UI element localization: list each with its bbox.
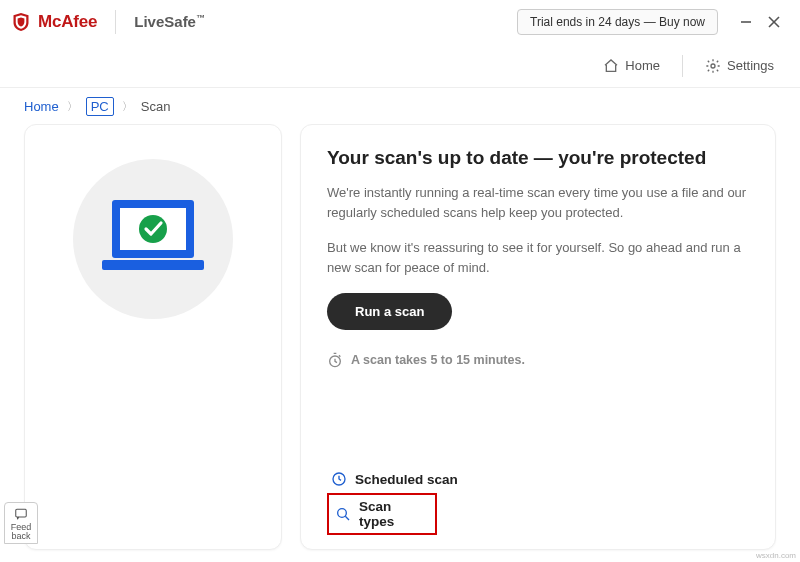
illustration-card — [24, 124, 282, 550]
crumb-pc[interactable]: PC — [86, 97, 114, 116]
bottom-links: Scheduled scan Scan types — [327, 465, 749, 535]
nav-home[interactable]: Home — [595, 58, 668, 74]
content-area: Your scan's up to date — you're protecte… — [0, 124, 800, 562]
scan-types-link[interactable]: Scan types — [327, 493, 437, 535]
scan-duration-hint: A scan takes 5 to 15 minutes. — [327, 352, 749, 368]
search-icon — [335, 506, 351, 522]
illustration-circle — [73, 159, 233, 319]
clock-icon — [331, 471, 347, 487]
scan-duration-text: A scan takes 5 to 15 minutes. — [351, 353, 525, 367]
gear-icon — [705, 58, 721, 74]
scan-types-label: Scan types — [359, 499, 429, 529]
brand-divider — [115, 10, 116, 34]
close-button[interactable] — [760, 8, 788, 36]
chevron-right-icon: 〉 — [122, 99, 133, 114]
paragraph-2: But we know it's reassuring to see it fo… — [327, 238, 749, 277]
brand-name: McAfee — [38, 12, 97, 32]
run-scan-button[interactable]: Run a scan — [327, 293, 452, 330]
scheduled-scan-link[interactable]: Scheduled scan — [327, 465, 749, 493]
home-icon — [603, 58, 619, 74]
laptop-protected-icon — [98, 194, 208, 284]
title-bar: McAfee LiveSafe™ Trial ends in 24 days —… — [0, 0, 800, 44]
svg-point-7 — [139, 215, 167, 243]
nav-settings[interactable]: Settings — [697, 58, 782, 74]
feedback-label-2: back — [9, 532, 33, 541]
minimize-icon — [739, 15, 753, 29]
chevron-right-icon: 〉 — [67, 99, 78, 114]
crumb-scan: Scan — [141, 99, 171, 114]
watermark: wsxdn.com — [756, 551, 796, 560]
svg-rect-6 — [102, 260, 204, 270]
svg-line-11 — [345, 516, 349, 520]
stopwatch-icon — [327, 352, 343, 368]
close-icon — [767, 15, 781, 29]
nav-divider — [682, 55, 683, 77]
svg-point-3 — [711, 64, 715, 68]
product-name: LiveSafe™ — [134, 13, 205, 31]
page-title: Your scan's up to date — you're protecte… — [327, 147, 749, 169]
brand-area: McAfee LiveSafe™ — [12, 10, 205, 34]
breadcrumb: Home 〉 PC 〉 Scan — [0, 88, 800, 124]
feedback-tab[interactable]: Feed back — [4, 502, 38, 544]
minimize-button[interactable] — [732, 8, 760, 36]
crumb-home[interactable]: Home — [24, 99, 59, 114]
mcafee-shield-icon — [12, 12, 30, 32]
svg-rect-12 — [16, 509, 27, 517]
paragraph-1: We're instantly running a real-time scan… — [327, 183, 749, 222]
svg-point-10 — [338, 509, 347, 518]
nav-home-label: Home — [625, 58, 660, 73]
main-card: Your scan's up to date — you're protecte… — [300, 124, 776, 550]
speech-bubble-icon — [14, 507, 28, 521]
nav-settings-label: Settings — [727, 58, 774, 73]
trial-buy-now-button[interactable]: Trial ends in 24 days — Buy now — [517, 9, 718, 35]
scheduled-scan-label: Scheduled scan — [355, 472, 458, 487]
top-nav: Home Settings — [0, 44, 800, 88]
